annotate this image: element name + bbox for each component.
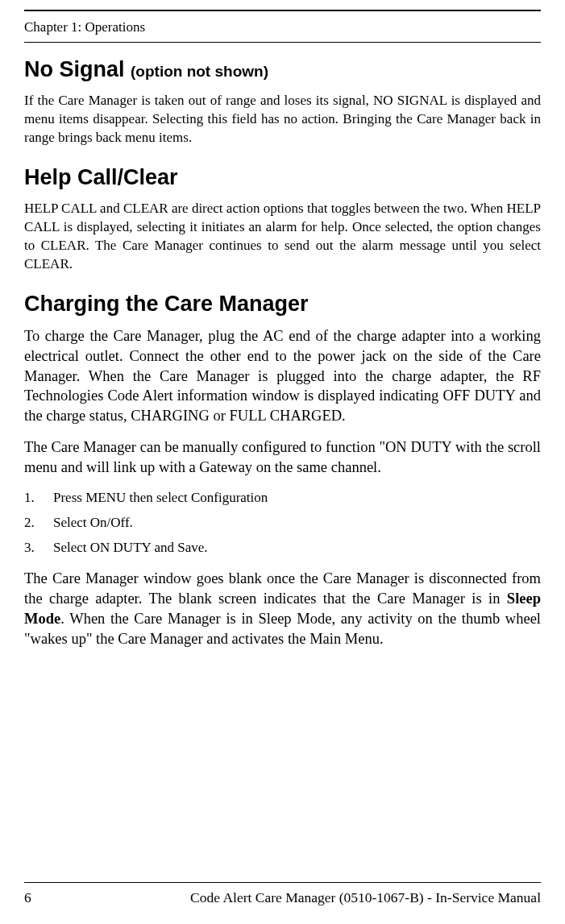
para3-part-a: The Care Manager window goes blank once …	[24, 570, 541, 607]
doc-title: Code Alert Care Manager (0510-1067-B) - …	[190, 889, 541, 906]
list-item: 3.Select ON DUTY and Save.	[24, 539, 541, 557]
step-text: Press MENU then select Configuration	[53, 490, 268, 505]
heading-charging: Charging the Care Manager	[24, 292, 541, 317]
heading-no-signal: No Signal (option not shown)	[24, 57, 541, 82]
step-number: 3.	[24, 539, 53, 557]
list-item: 2.Select On/Off.	[24, 514, 541, 532]
step-number: 1.	[24, 489, 53, 508]
step-text: Select ON DUTY and Save.	[53, 540, 208, 555]
heading-no-signal-main: No Signal	[24, 57, 131, 81]
chapter-header: Chapter 1: Operations	[24, 11, 541, 42]
charging-para1: To charge the Care Manager, plug the AC …	[24, 326, 541, 427]
charging-para3: The Care Manager window goes blank once …	[24, 569, 541, 649]
heading-help-call: Help Call/Clear	[24, 165, 541, 190]
charging-para2: The Care Manager can be manually configu…	[24, 437, 541, 478]
list-item: 1.Press MENU then select Configuration	[24, 489, 541, 508]
help-call-body: HELP CALL and CLEAR are direct action op…	[24, 200, 541, 274]
step-number: 2.	[24, 514, 53, 532]
footer-row: 6 Code Alert Care Manager (0510-1067-B) …	[24, 889, 541, 906]
page-number: 6	[24, 889, 31, 906]
step-text: Select On/Off.	[53, 515, 133, 530]
para3-part-b: . When the Care Manager is in Sleep Mode…	[24, 611, 541, 647]
no-signal-body: If the Care Manager is taken out of rang…	[24, 92, 541, 147]
footer: 6 Code Alert Care Manager (0510-1067-B) …	[24, 882, 541, 906]
heading-no-signal-sub: (option not shown)	[131, 63, 268, 80]
header-rule	[24, 42, 541, 43]
footer-rule	[24, 882, 541, 883]
charging-steps: 1.Press MENU then select Configuration 2…	[24, 489, 541, 557]
